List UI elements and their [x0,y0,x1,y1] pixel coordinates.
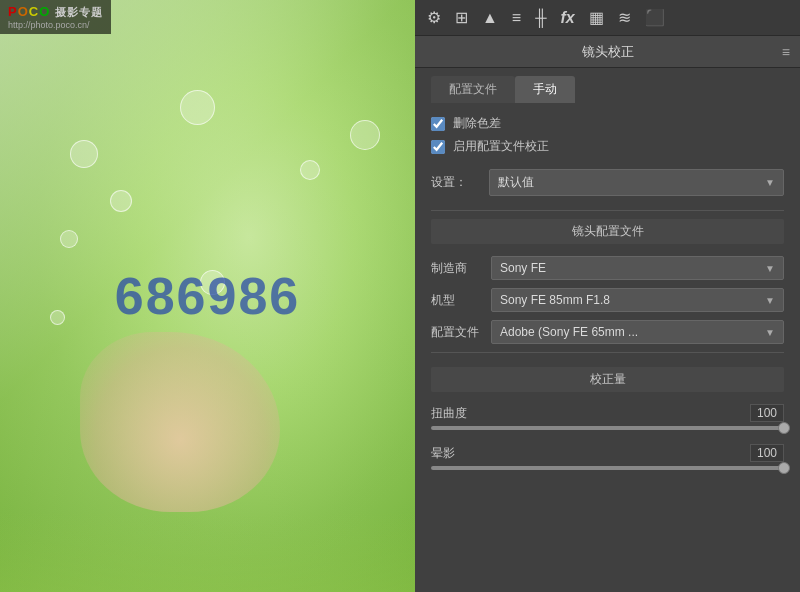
panel-content: 删除色差 启用配置文件校正 设置： 默认值 ▼ 镜头配置文件 制造商 Sony … [415,103,800,592]
settings-label: 设置： [431,174,481,191]
logo-text: POCO 摄影专题 [8,4,103,20]
field-dropdown-profile-file[interactable]: Adobe (Sony FE 65mm ... ▼ [491,320,784,344]
model-dropdown-arrow: ▼ [765,295,775,306]
logo-area: POCO 摄影专题 http://photo.poco.cn/ [0,0,111,34]
slider-header-distortion: 扭曲度 100 [431,404,784,422]
checkbox-chromatic[interactable] [431,117,445,131]
toolbar-icon-settings[interactable]: ⚙ [423,6,445,29]
tab-profile[interactable]: 配置文件 [431,76,515,103]
field-value-maker: Sony FE [500,261,546,275]
panel-title: 镜头校正 [582,43,634,61]
field-row-model: 机型 Sony FE 85mm F1.8 ▼ [431,288,784,312]
field-row-profile-file: 配置文件 Adobe (Sony FE 65mm ... ▼ [431,320,784,344]
toolbar-icon-camera[interactable]: ⬛ [641,6,669,29]
slider-name-distortion: 扭曲度 [431,405,467,422]
field-label-profile-file: 配置文件 [431,324,491,341]
maker-dropdown-arrow: ▼ [765,263,775,274]
slider-track-vignette[interactable] [431,466,784,470]
slider-value-vignette: 100 [750,444,784,462]
tab-manual[interactable]: 手动 [515,76,575,103]
field-label-maker: 制造商 [431,260,491,277]
toolbar-icon-lens[interactable]: ≋ [614,6,635,29]
field-row-maker: 制造商 Sony FE ▼ [431,256,784,280]
settings-dropdown[interactable]: 默认值 ▼ [489,169,784,196]
toolbar-icon-list[interactable]: ≡ [508,7,525,29]
toolbar-icon-histogram[interactable]: ▲ [478,7,502,29]
field-label-model: 机型 [431,292,491,309]
bubble-2 [110,190,132,212]
bubble-3 [60,230,78,248]
bubble-1 [70,140,98,168]
divider-2 [431,352,784,353]
bubble-6 [50,310,65,325]
settings-row: 设置： 默认值 ▼ [431,169,784,196]
toolbar-icon-curves[interactable]: ╫ [531,7,550,29]
slider-row-vignette: 晕影 100 [431,444,784,470]
correction-section: 校正量 扭曲度 100 晕影 100 [431,367,784,470]
slider-value-distortion: 100 [750,404,784,422]
divider-1 [431,210,784,211]
checkbox-row-profile: 启用配置文件校正 [431,138,784,155]
watermark-number: 686986 [115,266,301,326]
lens-profile-header: 镜头配置文件 [431,219,784,244]
checkbox-row-chromatic: 删除色差 [431,115,784,132]
tabs-row: 配置文件 手动 [415,68,800,103]
toolbar: ⚙ ⊞ ▲ ≡ ╫ fx ▦ ≋ ⬛ [415,0,800,36]
settings-dropdown-value: 默认值 [498,174,534,191]
settings-dropdown-arrow: ▼ [765,177,775,188]
slider-row-distortion: 扭曲度 100 [431,404,784,430]
slider-thumb-vignette[interactable] [778,462,790,474]
toolbar-icon-detail[interactable]: ▦ [585,6,608,29]
slider-thumb-distortion[interactable] [778,422,790,434]
checkbox-profile-label: 启用配置文件校正 [453,138,549,155]
logo-url: http://photo.poco.cn/ [8,20,103,30]
checkbox-profile[interactable] [431,140,445,154]
correction-header: 校正量 [431,367,784,392]
panel-header: 镜头校正 ≡ [415,36,800,68]
right-panel: ⚙ ⊞ ▲ ≡ ╫ fx ▦ ≋ ⬛ 镜头校正 ≡ 配置文件 手动 删除色差 [415,0,800,592]
toolbar-icon-grid[interactable]: ⊞ [451,6,472,29]
checkbox-chromatic-label: 删除色差 [453,115,501,132]
field-dropdown-maker[interactable]: Sony FE ▼ [491,256,784,280]
field-value-model: Sony FE 85mm F1.8 [500,293,610,307]
photo-bottom-fade [0,512,415,592]
field-value-profile-file: Adobe (Sony FE 65mm ... [500,325,638,339]
panel-menu-icon[interactable]: ≡ [782,44,790,60]
bubble-8 [350,120,380,150]
checkbox-section: 删除色差 启用配置文件校正 [431,115,784,155]
slider-fill-vignette [431,466,784,470]
slider-track-distortion[interactable] [431,426,784,430]
bubble-5 [300,160,320,180]
field-dropdown-model[interactable]: Sony FE 85mm F1.8 ▼ [491,288,784,312]
slider-fill-distortion [431,426,784,430]
slider-name-vignette: 晕影 [431,445,455,462]
profile-file-dropdown-arrow: ▼ [765,327,775,338]
photo-panel: POCO 摄影专题 http://photo.poco.cn/ 686986 [0,0,415,592]
bubble-4 [180,90,215,125]
slider-header-vignette: 晕影 100 [431,444,784,462]
toolbar-icon-fx[interactable]: fx [557,7,579,29]
